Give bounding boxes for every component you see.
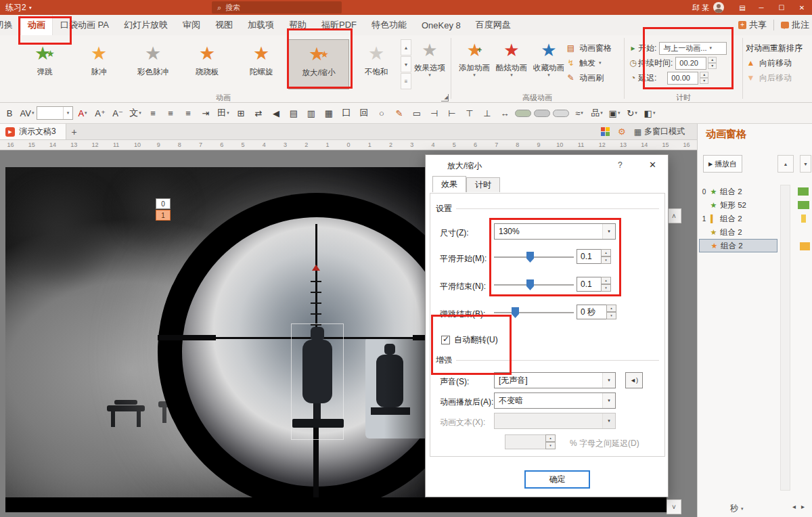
spin-up-icon[interactable]: ▴ bbox=[708, 57, 717, 63]
slider-thumb[interactable] bbox=[526, 279, 534, 290]
grid-icon[interactable]: ▦ bbox=[321, 104, 337, 122]
tab-5[interactable]: 审阅 bbox=[175, 15, 208, 35]
align-objects-left-icon[interactable]: ⊣ bbox=[426, 104, 443, 122]
delay-input[interactable]: 00.00 bbox=[667, 72, 698, 85]
duration-spinner[interactable]: ▴▾ bbox=[708, 57, 717, 69]
char-spacing-icon[interactable]: AV▾ bbox=[19, 104, 35, 122]
swap-icon[interactable]: ⇄ bbox=[250, 104, 267, 122]
animation-number-badge-0[interactable]: 0 bbox=[156, 198, 171, 209]
gallery-item[interactable]: ★★弹跳 bbox=[18, 39, 72, 89]
smooth-end-spinner[interactable]: 0.1▴▾ bbox=[577, 277, 611, 292]
settings-gear-icon[interactable]: ⚙ bbox=[618, 127, 626, 137]
bounce-end-slider[interactable] bbox=[494, 306, 574, 319]
gallery-item[interactable]: ★★放大/缩小 bbox=[288, 39, 349, 89]
next-slide-button[interactable]: ˅ bbox=[667, 499, 681, 514]
document-tab[interactable]: ▶ 演示文稿3 bbox=[0, 124, 66, 139]
add-animation-button[interactable]: ★+ 添加动画 ▾ bbox=[456, 39, 493, 95]
gallery-item[interactable]: ★不饱和 bbox=[349, 39, 403, 89]
move-earlier-button[interactable]: ▲向前移动 bbox=[746, 55, 803, 70]
avatar[interactable] bbox=[713, 2, 724, 13]
ok-button[interactable]: 确定 bbox=[524, 470, 590, 489]
gallery-item[interactable]: ★陀螺旋 bbox=[234, 39, 288, 89]
align-objects-top-icon[interactable]: ⊤ bbox=[461, 104, 478, 122]
timeline-right-button[interactable]: ▸ bbox=[801, 503, 805, 510]
auto-reverse-checkbox[interactable]: 自动翻转(U) bbox=[441, 334, 498, 346]
animation-pane-item[interactable]: ★组合 2 bbox=[699, 225, 777, 239]
tab-10[interactable]: 特色功能 bbox=[364, 15, 414, 35]
group-objects-icon[interactable]: ▣▾ bbox=[606, 104, 623, 122]
align-group-icon[interactable]: 品▾ bbox=[589, 104, 605, 122]
smooth-end-slider[interactable] bbox=[494, 278, 574, 292]
spin-down-icon[interactable]: ▾ bbox=[708, 63, 717, 69]
previous-slide-button[interactable]: ˄ bbox=[667, 208, 681, 223]
distribute-horizontal-icon[interactable]: ↔ bbox=[497, 104, 513, 122]
duration-input[interactable]: 00.20 bbox=[675, 57, 706, 70]
delay-spinner[interactable]: ▴▾ bbox=[700, 72, 708, 84]
pane-scrollbar[interactable] bbox=[780, 185, 790, 491]
style-pill-gray[interactable] bbox=[534, 110, 550, 117]
table-icon[interactable]: 田▾ bbox=[215, 104, 231, 122]
spin-down-icon[interactable]: ▾ bbox=[606, 312, 616, 319]
oval-icon[interactable]: ○ bbox=[374, 104, 390, 122]
bounce-end-spinner[interactable]: 0 秒▴▾ bbox=[577, 305, 616, 319]
pane-menu-button[interactable]: ▼ bbox=[800, 155, 811, 173]
after-animation-combobox[interactable]: 不变暗▾ bbox=[494, 392, 616, 409]
start-combobox[interactable]: 与上一动画...▾ bbox=[659, 42, 727, 55]
frame-icon[interactable]: 回 bbox=[356, 104, 372, 122]
animation-number-badge-1[interactable]: 1 bbox=[156, 210, 171, 221]
effects-icon[interactable]: ≈▾ bbox=[571, 104, 587, 122]
tab-2[interactable]: 动画 bbox=[20, 15, 53, 35]
ribbon-display-options-icon[interactable]: ▤ bbox=[734, 4, 751, 12]
animation-pane-button[interactable]: ▤动画窗格 bbox=[566, 41, 612, 55]
tab-1[interactable]: 切换 bbox=[0, 15, 20, 35]
pane-scroll-up-button[interactable]: ▲ bbox=[777, 155, 794, 173]
style-pill-light[interactable] bbox=[553, 110, 569, 117]
smooth-start-slider[interactable] bbox=[494, 250, 574, 264]
slider-thumb[interactable] bbox=[512, 307, 519, 318]
tab-6[interactable]: 视图 bbox=[208, 15, 240, 35]
align-center-icon[interactable]: ≡ bbox=[162, 104, 179, 122]
layout-row-icon[interactable]: ▤ bbox=[286, 104, 302, 122]
help-button[interactable]: ? bbox=[618, 160, 623, 170]
search-box[interactable]: ⌕ 搜索 bbox=[212, 1, 342, 14]
gallery-scroll-up-button[interactable]: ▴ bbox=[401, 39, 411, 55]
favorite-animation-button[interactable]: ★ 收藏动画 ▾ bbox=[531, 39, 567, 95]
ink-pen-icon[interactable]: ✎ bbox=[391, 104, 407, 122]
tab-timing[interactable]: 计时 bbox=[466, 177, 500, 192]
shrink-font-icon[interactable]: A⁻ bbox=[110, 104, 126, 122]
animation-pane-item[interactable]: ★矩形 52 bbox=[699, 198, 777, 212]
new-tab-button[interactable]: + bbox=[66, 124, 83, 139]
play-from-button[interactable]: ▶播放自 bbox=[703, 155, 742, 173]
borders-icon[interactable]: ⊞ bbox=[233, 104, 249, 122]
effect-options-button[interactable]: ★ 效果选项 ▾ bbox=[411, 39, 448, 95]
tab-12[interactable]: 百度网盘 bbox=[468, 15, 518, 35]
dialog-launcher-icon[interactable]: ◢ bbox=[441, 94, 449, 102]
speaker-button[interactable]: ◄) bbox=[625, 372, 643, 388]
spin-down-icon[interactable]: ▾ bbox=[601, 284, 611, 292]
animation-pane-item[interactable]: 1▍组合 2 bbox=[699, 212, 777, 225]
tab-9[interactable]: 福昕PDF bbox=[314, 15, 364, 35]
trigger-button[interactable]: ↯触发▾ bbox=[566, 55, 612, 70]
align-objects-right-icon[interactable]: ⊢ bbox=[444, 104, 460, 122]
animation-pane-item[interactable]: 0★组合 2 bbox=[699, 185, 777, 198]
align-right-icon[interactable]: ≡ bbox=[180, 104, 196, 122]
gallery-item[interactable]: ★彩色脉冲 bbox=[126, 39, 180, 89]
phonetic-icon[interactable]: 文▾ bbox=[127, 104, 143, 122]
gallery-item[interactable]: ★脉冲 bbox=[72, 39, 126, 89]
theme-colors-icon[interactable] bbox=[601, 127, 610, 136]
cool-animation-button[interactable]: ★ 酷炫动画 ▾ bbox=[493, 39, 530, 95]
tab-3[interactable]: 口袋动画 PA bbox=[53, 15, 116, 35]
rotate-icon[interactable]: ↻▾ bbox=[624, 104, 640, 122]
maximize-button[interactable]: ☐ bbox=[771, 0, 792, 15]
spin-up-icon[interactable]: ▴ bbox=[606, 305, 616, 312]
arrange-icon[interactable]: ◧▾ bbox=[641, 104, 658, 122]
move-later-button[interactable]: ▼向后移动 bbox=[746, 70, 803, 85]
gallery-expand-button[interactable]: ≡ bbox=[401, 73, 411, 89]
bold-icon[interactable]: B bbox=[1, 104, 18, 122]
animation-painter-button[interactable]: ✎动画刷 bbox=[566, 70, 612, 85]
tab-4[interactable]: 幻灯片放映 bbox=[116, 15, 175, 35]
grow-font-icon[interactable]: A⁺ bbox=[92, 104, 108, 122]
align-left-icon[interactable]: ≡ bbox=[145, 104, 161, 122]
spin-down-icon[interactable]: ▾ bbox=[601, 256, 611, 264]
align-objects-bottom-icon[interactable]: ⊥ bbox=[479, 104, 495, 122]
